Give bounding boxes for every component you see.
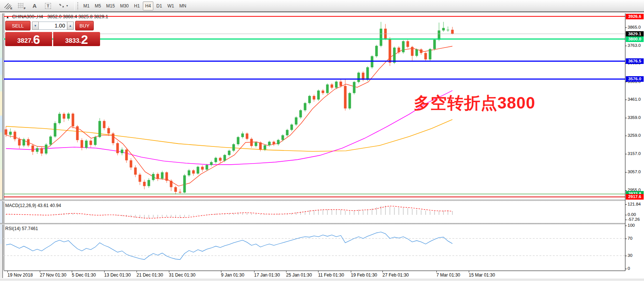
macd-tick-mark [625, 204, 627, 205]
price-badge: 3800.0 [626, 36, 644, 42]
volume-decrease-button[interactable]: ▼ [32, 22, 39, 30]
price-badge: 3829.1 [626, 31, 644, 37]
buy-button[interactable]: BUY [75, 21, 94, 30]
symbol-triangle-icon: ▲ [6, 15, 9, 19]
price-tick-mark [625, 172, 627, 172]
rsi-axis-label: 70 [628, 236, 632, 240]
rsi-axis-label: 0 [628, 266, 630, 271]
rsi-tick-mark [625, 269, 627, 269]
sell-price-main: 3827. [17, 38, 33, 44]
rsi-layer [4, 232, 625, 259]
price-tick-mark [625, 136, 627, 136]
macd-tick-mark [625, 215, 627, 215]
chart-title: ▲ CHINA300-,H4 3852.0 3868.4 3825.8 3829… [6, 14, 108, 19]
price-tick-label: 3057.0 [628, 169, 641, 174]
rsi-axis-label: 30 [628, 253, 632, 258]
price-tick-label: 3461.0 [628, 97, 641, 101]
price-tick-mark [625, 190, 627, 191]
price-tick-label: 3865.0 [628, 25, 641, 29]
volume-input[interactable] [39, 22, 67, 30]
ohlc-values: 3852.0 3868.4 3825.8 3829.1 [47, 14, 108, 19]
buy-price-main: 3833. [65, 38, 81, 44]
trading-terminal-window: E F A T ▼ M1M5M15M30H1H4D1W1MN [0, 0, 644, 281]
price-scale[interactable]: 3865.03763.03665.03561.03461.03359.03259… [625, 13, 644, 271]
price-tick-mark [625, 28, 627, 28]
rsi-tick-mark [625, 239, 627, 239]
price-tick-label: 3763.0 [628, 43, 641, 48]
buy-price-big-digit: 2 [81, 34, 88, 45]
macd-label: MACD(12,26,9) 43.61 40.94 [5, 203, 61, 208]
caret-down-icon: ▼ [34, 24, 37, 28]
sell-price-box[interactable]: 3827.6 [5, 32, 52, 46]
price-badge: 3926.6 [626, 14, 644, 19]
volume-stepper: ▼ ▲ [32, 22, 74, 30]
volume-increase-button[interactable]: ▲ [67, 22, 74, 30]
price-tick-mark [625, 118, 627, 118]
one-click-trading-panel: SELL ▼ ▲ BUY 3827.6 3833.2 [5, 20, 100, 46]
rsi-label: RSI(14) 57.7461 [5, 226, 38, 231]
macd-layer [6, 206, 452, 219]
price-badge: 3576.0 [626, 76, 644, 82]
buy-price-box[interactable]: 3833.2 [53, 32, 100, 46]
price-tick-label: 3259.0 [628, 133, 641, 138]
candles-layer [5, 22, 454, 194]
macd-tick-mark [625, 220, 627, 220]
rsi-tick-mark [625, 256, 627, 256]
rsi-axis-label: 100 [628, 223, 635, 227]
price-tick-mark [625, 154, 627, 154]
price-tick-mark [625, 46, 627, 46]
sell-button[interactable]: SELL [5, 21, 31, 30]
rsi-tick-mark [625, 226, 627, 226]
macd-axis-label: -57.26 [628, 217, 640, 222]
price-badge: 3676.5 [626, 58, 644, 64]
price-tick-mark [625, 100, 627, 100]
symbol-period-label: CHINA300-,H4 [12, 14, 43, 19]
caret-up-icon: ▲ [69, 24, 72, 28]
price-tick-label: 3359.0 [628, 115, 641, 120]
price-tick-label: 3157.0 [628, 151, 641, 156]
macd-axis-label: 0.00 [628, 212, 636, 217]
chart-annotation-text: 多空转折点3800 [414, 92, 535, 114]
macd-axis-label: 121.84 [628, 202, 641, 206]
sell-price-big-digit: 6 [33, 34, 40, 45]
price-badge: 2917.6 [626, 194, 644, 200]
